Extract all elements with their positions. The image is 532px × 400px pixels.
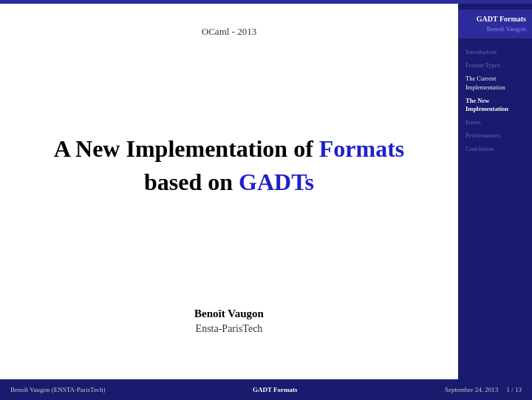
main-title-gadts: GADTs: [239, 169, 314, 195]
footer-right: September 24, 2013 1 / 13: [445, 386, 522, 393]
footer-bar: Benoît Vaugon (ENSTA-ParisTech) GADT For…: [0, 379, 532, 400]
nav-item-conclusion[interactable]: Conclusion: [458, 143, 532, 156]
footer-center: GADT Formats: [253, 386, 298, 393]
sidebar: GADT Formats Benoît Vaugon Introduction …: [458, 4, 532, 379]
author-affil: Ensta-ParisTech: [194, 323, 264, 335]
nav-item-new-impl[interactable]: The New Implementation: [458, 95, 532, 117]
nav-item-issues[interactable]: Issues: [458, 116, 532, 129]
author-block: Benoît Vaugon Ensta-ParisTech: [194, 308, 264, 335]
sidebar-title: GADT Formats: [464, 14, 526, 24]
nav-item-performances[interactable]: Performances: [458, 129, 532, 143]
sidebar-author: Benoît Vaugon: [464, 25, 526, 33]
nav-item-current-impl[interactable]: The Current Implementation: [458, 72, 532, 95]
sidebar-title-block: GADT Formats Benoît Vaugon: [458, 10, 532, 38]
slide-content: OCaml - 2013 A New Implementation of For…: [0, 4, 458, 379]
slide-container: OCaml - 2013 A New Implementation of For…: [0, 0, 532, 400]
main-title: A New Implementation of Formats based on…: [54, 132, 405, 199]
nav-item-introduction[interactable]: Introduction: [458, 46, 532, 59]
sidebar-nav: Introduction Format Types The Current Im…: [458, 41, 532, 373]
main-title-formats: Formats: [319, 135, 405, 162]
main-title-block: A New Implementation of Formats based on…: [54, 23, 405, 308]
main-title-part2: based on: [144, 169, 239, 195]
footer-left: Benoît Vaugon (ENSTA-ParisTech): [10, 386, 105, 393]
main-area: OCaml - 2013 A New Implementation of For…: [0, 4, 532, 379]
author-name: Benoît Vaugon: [194, 308, 264, 320]
nav-item-format-types[interactable]: Format Types: [458, 59, 532, 72]
main-title-part1: A New Implementation of: [54, 135, 319, 162]
